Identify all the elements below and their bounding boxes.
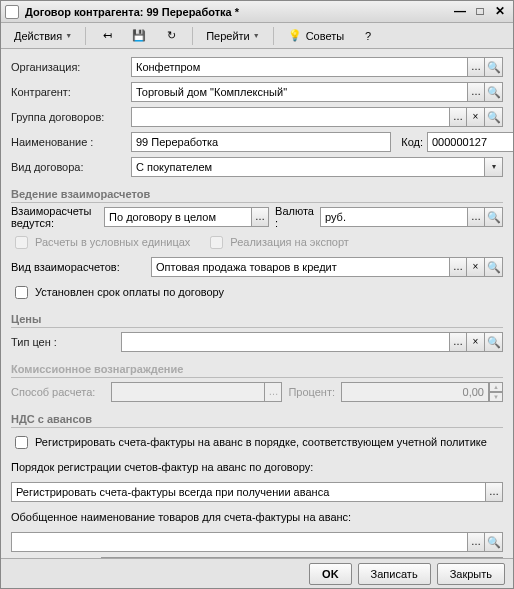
magnifier-icon: 🔍 [487,61,501,73]
group-label: Группа договоров: [11,111,131,123]
currency-open-button[interactable]: 🔍 [485,207,503,227]
org-lookup-button[interactable]: … [467,57,485,77]
commpct-label: Процент: [282,386,341,398]
toolbar-sep [273,27,274,45]
vatgen-label: Обобщенное наименование товаров для счет… [11,511,351,523]
help-icon: ? [360,28,376,44]
contr-open-button[interactable]: 🔍 [485,82,503,102]
save-icon: 💾 [131,28,147,44]
type-dropdown-button[interactable] [485,157,503,177]
org-input[interactable] [131,57,468,77]
chk-conventional: Расчеты в условных единицах [11,233,190,252]
magnifier-icon: 🔍 [487,261,501,273]
currency-lookup-button[interactable]: … [467,207,485,227]
actions-label: Действия [14,30,62,42]
pricetype-label: Тип цен : [11,336,121,348]
type-select[interactable] [131,157,485,177]
pricetype-open-button[interactable]: 🔍 [485,332,503,352]
chk-due-box[interactable] [15,286,28,299]
maximize-button[interactable]: □ [471,5,489,19]
org-label: Организация: [11,61,131,73]
commpct-input [341,382,489,402]
contr-lookup-button[interactable]: … [467,82,485,102]
group-lookup-button[interactable]: … [449,107,467,127]
settlekind-label: Вид взаиморасчетов: [11,261,151,273]
settlekind-lookup-button[interactable]: … [449,257,467,277]
vatorder-label: Порядок регистрации счетов-фактур на ава… [11,461,313,473]
chk-vat-register-label: Регистрировать счета-фактуры на аванс в … [35,436,487,448]
chk-conventional-box [15,236,28,249]
help-button[interactable]: ? [353,26,383,46]
contr-input[interactable] [131,82,468,102]
vatgen-input[interactable] [11,532,468,552]
commmethod-lookup-button: … [264,382,282,402]
goto-menu[interactable]: Перейти ▼ [199,26,267,46]
settlekind-clear-button[interactable]: × [467,257,485,277]
chk-vat-register-box[interactable] [15,436,28,449]
settlekind-input[interactable] [151,257,450,277]
chk-export-label: Реализация на экспорт [230,236,349,248]
currency-label: Валюта : [269,205,320,229]
chevron-down-icon: ▼ [65,32,72,39]
back-button[interactable]: ↤ [92,26,122,46]
magnifier-icon: 🔍 [487,111,501,123]
code-input[interactable] [427,132,513,152]
magnifier-icon: 🔍 [487,211,501,223]
toolbar-sep [85,27,86,45]
close-form-button[interactable]: Закрыть [437,563,505,585]
pricetype-lookup-button[interactable]: … [449,332,467,352]
name-label: Наименование : [11,136,131,148]
form: Организация: … 🔍 Контрагент: … 🔍 Группа … [1,49,513,558]
commpct-spinner: ▲ ▼ [489,382,503,402]
save-button-icon[interactable]: 💾 [124,26,154,46]
section-settlements: Ведение взаиморасчетов [11,188,503,203]
toolbar: Действия ▼ ↤ 💾 ↻ Перейти ▼ 💡 Советы ? [1,23,513,49]
spin-down-icon: ▼ [489,392,503,402]
pricetype-input[interactable] [121,332,450,352]
currency-input[interactable] [320,207,468,227]
window: Договор контрагента: 99 Переработка * — … [0,0,514,589]
titlebar: Договор контрагента: 99 Переработка * — … [1,1,513,23]
type-label: Вид договора: [11,161,131,173]
chk-conventional-label: Расчеты в условных единицах [35,236,190,248]
group-input[interactable] [131,107,450,127]
group-clear-button[interactable]: × [467,107,485,127]
vatgen-open-button[interactable]: 🔍 [485,532,503,552]
close-button[interactable]: ✕ [491,5,509,19]
contr-label: Контрагент: [11,86,131,98]
chk-due-label: Установлен срок оплаты по договору [35,286,224,298]
commmethod-input [111,382,265,402]
save-button[interactable]: Записать [358,563,431,585]
lightbulb-icon: 💡 [287,28,303,44]
group-open-button[interactable]: 🔍 [485,107,503,127]
vatorder-lookup-button[interactable]: … [485,482,503,502]
app-icon [5,5,19,19]
code-label: Код: [391,136,427,148]
chk-vat-register[interactable]: Регистрировать счета-фактуры на аванс в … [11,433,487,452]
refresh-button[interactable]: ↻ [156,26,186,46]
settleby-lookup-button[interactable]: … [251,207,269,227]
ok-button[interactable]: OK [309,563,352,585]
settleby-select[interactable] [104,207,252,227]
section-vat: НДС с авансов [11,413,503,428]
actions-menu[interactable]: Действия ▼ [7,26,79,46]
advice-label: Советы [306,30,344,42]
advice-button[interactable]: 💡 Советы [280,26,351,46]
chk-due[interactable]: Установлен срок оплаты по договору [11,283,224,302]
pricetype-clear-button[interactable]: × [467,332,485,352]
toolbar-sep [192,27,193,45]
org-open-button[interactable]: 🔍 [485,57,503,77]
minimize-button[interactable]: — [451,5,469,19]
arrow-left-icon: ↤ [99,28,115,44]
magnifier-icon: 🔍 [487,336,501,348]
vatorder-input[interactable] [11,482,486,502]
settlekind-open-button[interactable]: 🔍 [485,257,503,277]
section-commission: Комиссионное вознаграждение [11,363,503,378]
name-input[interactable] [131,132,391,152]
footer: OK Записать Закрыть [1,558,513,588]
magnifier-icon: 🔍 [487,86,501,98]
commmethod-label: Способ расчета: [11,386,111,398]
vatgen-lookup-button[interactable]: … [467,532,485,552]
goto-label: Перейти [206,30,250,42]
chk-export: Реализация на экспорт [206,233,349,252]
